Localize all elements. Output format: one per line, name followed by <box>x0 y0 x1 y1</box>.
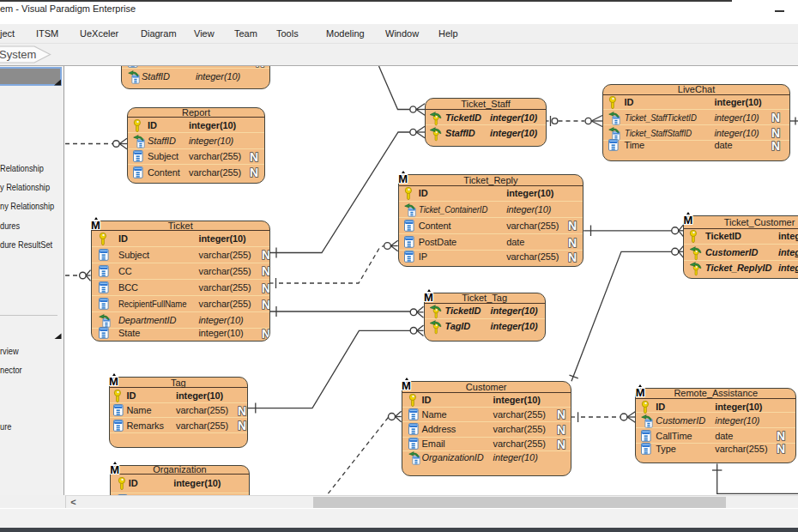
svg-text:System: System <box>0 48 36 61</box>
